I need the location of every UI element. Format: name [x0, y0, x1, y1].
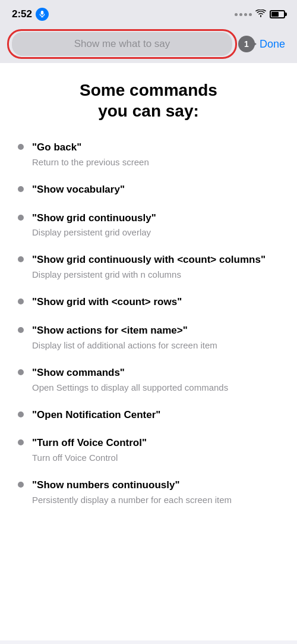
command-name: "Show numbers continuously" — [32, 478, 279, 492]
command-text: "Show grid with <count> rows" — [32, 295, 279, 309]
bullet-icon — [18, 411, 24, 417]
command-name: "Show vocabulary" — [32, 183, 279, 197]
status-right-icons — [235, 9, 285, 20]
page-title: Some commands you can say: — [18, 80, 279, 121]
command-text: "Show grid continuously"Display persiste… — [32, 211, 279, 239]
list-item: "Show numbers continuously"Persistently … — [18, 478, 279, 506]
list-item: "Open Notification Center" — [18, 408, 279, 422]
svg-rect-0 — [41, 11, 44, 15]
bullet-icon — [18, 186, 24, 192]
list-item: "Go back"Return to the previous screen — [18, 140, 279, 168]
main-content: Some commands you can say: "Go back"Retu… — [0, 63, 297, 640]
battery-icon — [270, 10, 285, 18]
command-description: Return to the previous screen — [32, 156, 279, 168]
command-text: "Show commands"Open Settings to display … — [32, 366, 279, 394]
command-description: Turn off Voice Control — [32, 451, 279, 464]
command-name: "Turn off Voice Control" — [32, 436, 279, 450]
bullet-icon — [18, 439, 24, 445]
signal-icon — [235, 13, 252, 16]
command-name: "Show grid continuously" — [32, 211, 279, 225]
bullet-icon — [18, 144, 24, 150]
page-title-line1: Some commands — [80, 81, 217, 99]
bullet-icon — [18, 256, 24, 262]
command-text: "Show numbers continuously"Persistently … — [32, 478, 279, 506]
list-item: "Show commands"Open Settings to display … — [18, 366, 279, 394]
command-description: Display persistent grid overlay — [32, 226, 279, 238]
command-text: "Turn off Voice Control"Turn off Voice C… — [32, 436, 279, 464]
command-name: "Show grid with <count> rows" — [32, 295, 279, 309]
page-title-line2: you can say: — [98, 102, 199, 120]
wifi-icon — [255, 9, 266, 20]
command-text: "Show vocabulary" — [32, 183, 279, 197]
search-bar-wrapper[interactable]: Show me what to say — [12, 32, 232, 56]
number-badge: 1 — [238, 36, 255, 52]
command-name: "Open Notification Center" — [32, 408, 279, 422]
command-name: "Go back" — [32, 140, 279, 155]
commands-list: "Go back"Return to the previous screen"S… — [18, 140, 279, 506]
command-name: "Show actions for <item name>" — [32, 323, 279, 338]
search-area: Show me what to say 1 Done — [0, 26, 297, 63]
list-item: "Show grid with <count> rows" — [18, 295, 279, 309]
list-item: "Turn off Voice Control"Turn off Voice C… — [18, 436, 279, 464]
list-item: "Show actions for <item name>"Display li… — [18, 323, 279, 351]
command-description: Display persistent grid with n columns — [32, 268, 279, 281]
command-description: Persistently display a number for each s… — [32, 494, 279, 506]
search-input[interactable]: Show me what to say — [12, 32, 232, 56]
command-description: Open Settings to display all supported c… — [32, 381, 279, 394]
list-item: "Show grid continuously with <count> col… — [18, 253, 279, 281]
command-name: "Show commands" — [32, 366, 279, 380]
command-text: "Show grid continuously with <count> col… — [32, 253, 279, 281]
command-description: Display list of additional actions for s… — [32, 339, 279, 351]
command-text: "Go back"Return to the previous screen — [32, 140, 279, 168]
bullet-icon — [18, 299, 24, 304]
time-display: 2:52 — [12, 8, 32, 20]
done-button[interactable]: Done — [260, 38, 285, 51]
command-name: "Show grid continuously with <count> col… — [32, 253, 279, 267]
microphone-icon — [36, 8, 49, 21]
command-text: "Show actions for <item name>"Display li… — [32, 323, 279, 351]
bullet-icon — [18, 215, 24, 221]
status-bar: 2:52 — [0, 0, 297, 26]
bullet-icon — [18, 327, 24, 333]
list-item: "Show vocabulary" — [18, 183, 279, 197]
right-controls: 1 Done — [238, 36, 285, 52]
list-item: "Show grid continuously"Display persiste… — [18, 211, 279, 239]
command-text: "Open Notification Center" — [32, 408, 279, 422]
bullet-icon — [18, 369, 24, 375]
bullet-icon — [18, 482, 24, 488]
status-time: 2:52 — [12, 8, 49, 21]
